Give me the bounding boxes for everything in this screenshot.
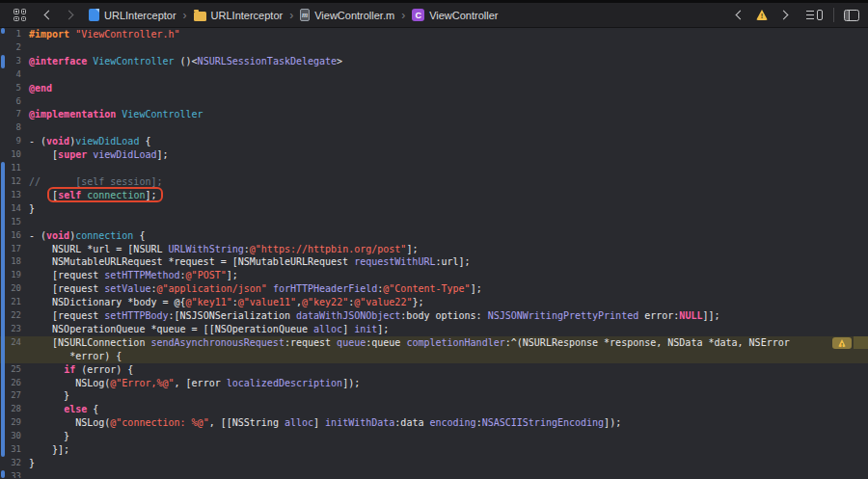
token (29, 364, 64, 375)
token: error: (638, 310, 679, 321)
token: [ (29, 149, 58, 160)
line-number[interactable]: 9 (0, 135, 29, 148)
chevron-left-icon (736, 11, 746, 20)
token: [request (29, 283, 104, 294)
code-line[interactable]: 15 (0, 216, 868, 229)
code-line[interactable]: 25 if (error) { (0, 363, 868, 377)
code-line[interactable]: 18 NSMutableURLRequest *request = [NSMut… (0, 255, 868, 269)
code-line[interactable]: 2 (0, 41, 868, 55)
code-line[interactable]: 31 }]; (0, 443, 868, 457)
code-line[interactable]: 22 [request setHTTPBody:[NSJSONSerializa… (0, 309, 868, 323)
token: NSURLSessionTaskDelegate (198, 56, 338, 67)
line-number[interactable]: 7 (0, 108, 29, 121)
token: connection (75, 230, 133, 241)
line-number[interactable]: 2 (0, 41, 29, 55)
code-line[interactable]: 8 (0, 121, 868, 135)
code-line[interactable]: 19 [request setHTTPMethod:@"POST"]; (0, 269, 868, 282)
token: requestWithURL (354, 256, 435, 267)
next-issue-button[interactable] (775, 9, 792, 21)
code-line[interactable]: 6 (0, 95, 868, 109)
source-change-bar (1, 55, 5, 68)
line-number[interactable]: 10 (0, 148, 29, 162)
code-line[interactable]: 13 [self connection]; (0, 189, 868, 202)
code-line[interactable]: 11 (0, 162, 868, 175)
back-button[interactable] (41, 9, 57, 21)
token: void (46, 230, 69, 241)
breadcrumb-item-file[interactable]: m ViewController.m (300, 9, 394, 21)
code-line[interactable]: 26 NSLog(@"Error,%@", [error localizedDe… (0, 377, 868, 390)
token: alloc (285, 417, 313, 428)
code-line[interactable]: 28 else { (0, 403, 868, 416)
previous-issue-button[interactable] (732, 9, 748, 21)
code-line[interactable]: 7@implementation ViewController (0, 108, 868, 121)
add-editor-button[interactable] (844, 10, 859, 21)
code-line[interactable]: 27 } (0, 389, 868, 403)
code-line[interactable]: 32} (0, 457, 868, 470)
annotation-highlight-box: [self connection]; (52, 190, 156, 200)
code-line[interactable]: 17 NSURL *url = [NSURL URLWithString:@"h… (0, 243, 868, 256)
code-line[interactable]: 5@end (0, 82, 868, 95)
code-line[interactable]: 21 NSDictionary *body = @{@"key11":@"val… (0, 296, 868, 309)
token: [ (52, 190, 58, 200)
breadcrumb-item-group[interactable]: URLInterceptor (194, 10, 284, 21)
line-number[interactable]: 6 (0, 95, 29, 109)
token: #import (29, 29, 75, 40)
code-line[interactable]: 9- (void)viewDidLoad { (0, 135, 868, 148)
token: NSMutableURLRequest *request = [NSMutabl… (29, 256, 354, 267)
code-text: if (error) { (29, 363, 133, 377)
code-line[interactable]: 4 (0, 68, 868, 82)
code-line[interactable]: 23 NSOperationQueue *queue = [[NSOperati… (0, 323, 868, 336)
code-line[interactable]: 33 (0, 470, 868, 478)
breadcrumb-item-symbol[interactable]: C ViewController (412, 9, 498, 21)
line-number[interactable]: 8 (0, 121, 29, 135)
breadcrumb-item-project[interactable]: URLInterceptor (89, 9, 176, 21)
line-number[interactable]: 4 (0, 68, 29, 82)
warning-exclamation: ! (761, 13, 764, 20)
code-line[interactable]: 20 [request setValue:@"application/json"… (0, 282, 868, 296)
code-line-warning[interactable]: 24 [NSURLConnection sendAsynchronousRequ… (0, 336, 868, 363)
code-line[interactable]: 10 [super viewDidLoad]; (0, 148, 868, 162)
editor-options-button[interactable] (806, 9, 824, 21)
token: , [error (175, 378, 227, 388)
breadcrumb-label: ViewController (429, 10, 498, 21)
code-text: [request setValue:@"application/json" fo… (29, 282, 482, 296)
token: setHTTPBody (104, 310, 168, 321)
token: :queue (366, 337, 406, 348)
warning-indicator[interactable]: ! (755, 10, 769, 21)
warning-line-strip (854, 336, 868, 349)
forward-button[interactable] (61, 9, 77, 21)
token: > (337, 56, 342, 67)
token: forHTTPHeaderField (273, 283, 377, 294)
token: queue (337, 337, 366, 348)
line-number[interactable]: 5 (0, 82, 29, 95)
code-text: - (void)connection { (29, 229, 145, 243)
token: ]; (156, 149, 168, 160)
code-text: NSOperationQueue *queue = [[NSOperationQ… (29, 323, 389, 336)
code-line[interactable]: 30 } (0, 430, 868, 443)
token: ()< (180, 56, 198, 67)
token: sendAsynchronousRequest (150, 337, 284, 348)
token: { (133, 230, 145, 241)
code-line[interactable]: 16- (void)connection { (0, 229, 868, 243)
code-line[interactable]: 29 NSLog(@"connection: %@", [[NSString a… (0, 416, 868, 430)
code-text: @implementation ViewController (29, 108, 203, 121)
code-line[interactable]: 3@interface ViewController ()<NSURLSessi… (0, 55, 868, 68)
code-text: [NSURLConnection sendAsynchronousRequest… (29, 336, 790, 363)
token: @implementation (29, 109, 122, 120)
code-area[interactable]: 1#import "ViewController.h"23@interface … (0, 28, 868, 478)
warning-badge-icon[interactable]: ! (832, 337, 852, 349)
line-number[interactable]: 32 (0, 457, 29, 470)
related-items-button[interactable] (9, 6, 31, 24)
token: viewDidLoad (75, 136, 139, 146)
code-text: [self connection]; (29, 189, 157, 202)
code-text: [request setHTTPBody:[NSJSONSerializatio… (29, 309, 720, 323)
token: viewDidLoad (93, 149, 156, 160)
code-line[interactable]: 14} (0, 202, 868, 216)
code-line[interactable]: 1#import "ViewController.h" (0, 28, 868, 41)
token: if (64, 364, 75, 375)
token: self (58, 190, 81, 200)
token: } (29, 458, 35, 468)
token: @end (29, 83, 52, 93)
token: alloc (313, 324, 342, 334)
code-text: #import "ViewController.h" (29, 28, 180, 41)
